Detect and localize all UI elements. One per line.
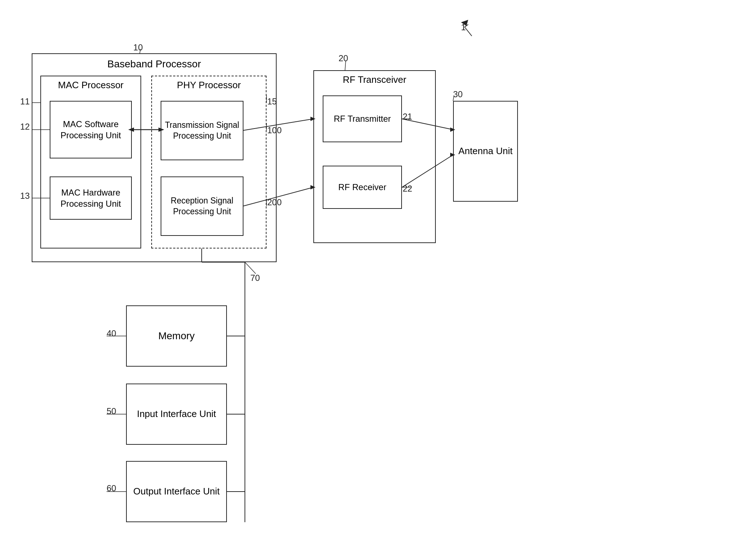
antenna-unit-label: Antenna Unit <box>458 145 513 157</box>
ref13-label: 13 <box>20 191 30 201</box>
rf-receiver-label: RF Receiver <box>338 182 386 193</box>
output-interface-box: Output Interface Unit <box>126 461 227 522</box>
svg-line-28 <box>245 262 256 274</box>
ref60-label: 60 <box>107 483 116 493</box>
transmission-signal-box: Transmission Signal Processing Unit <box>161 101 243 160</box>
rf-transmitter-label: RF Transmitter <box>334 113 391 124</box>
mac-software-box: MAC Software Processing Unit <box>50 101 132 158</box>
transmission-signal-label: Transmission Signal Processing Unit <box>161 120 243 142</box>
input-interface-box: Input Interface Unit <box>126 384 227 445</box>
memory-box: Memory <box>126 305 227 367</box>
ref21-label: 21 <box>403 112 412 122</box>
memory-label: Memory <box>158 330 194 342</box>
ref30-label: 30 <box>453 89 463 99</box>
ref15-label: 15 <box>267 97 277 107</box>
ref11-label: 11 <box>20 97 30 107</box>
ref50-label: 50 <box>107 406 116 416</box>
phy-processor-label: PHY Processor <box>177 79 241 91</box>
rf-transmitter-box: RF Transmitter <box>323 95 402 142</box>
diagram: 1 10 Baseband Processor MAC Processor MA… <box>0 0 734 560</box>
rf-receiver-box: RF Receiver <box>323 166 402 209</box>
rf-transceiver-label: RF Transceiver <box>343 74 406 86</box>
ref100-label: 100 <box>267 125 282 135</box>
ref10-label: 10 <box>133 42 143 53</box>
output-interface-label: Output Interface Unit <box>133 485 220 498</box>
ref70-label: 70 <box>250 273 260 283</box>
ref200-label: 200 <box>267 197 282 207</box>
ref12-label: 12 <box>20 122 30 132</box>
baseband-processor-label: Baseband Processor <box>107 58 201 71</box>
ref20-label: 20 <box>339 53 348 63</box>
ref40-label: 40 <box>107 328 116 339</box>
antenna-unit-box: Antenna Unit <box>453 101 518 202</box>
mac-processor-label: MAC Processor <box>58 79 124 91</box>
mac-software-label: MAC Software Processing Unit <box>50 118 131 141</box>
reception-signal-box: Reception Signal Processing Unit <box>161 176 243 236</box>
input-interface-label: Input Interface Unit <box>137 408 216 420</box>
mac-hardware-box: MAC Hardware Processing Unit <box>50 176 132 220</box>
mac-hardware-label: MAC Hardware Processing Unit <box>50 187 131 209</box>
ref22-label: 22 <box>403 184 412 194</box>
ref1-label: 1 <box>461 22 466 32</box>
reception-signal-label: Reception Signal Processing Unit <box>161 196 243 217</box>
